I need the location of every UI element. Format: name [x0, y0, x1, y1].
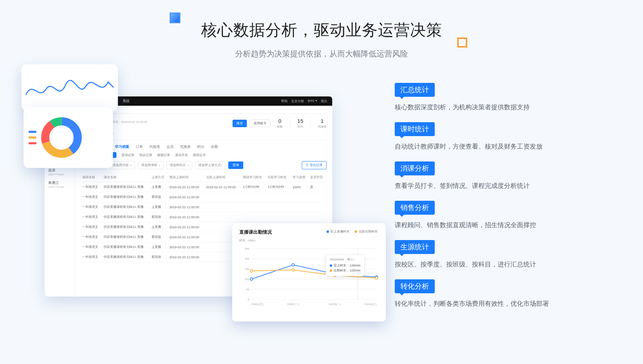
feature-tag: 生源统计 — [395, 240, 435, 254]
feature-tag: 消课分析 — [395, 161, 435, 175]
svg-point-21 — [250, 270, 253, 272]
section-tab[interactable]: 优惠券 — [180, 144, 191, 149]
table-row[interactable]: 一年级语文供应直播课程单元kk11-直播上直播2019-02-23 11:00:… — [81, 182, 327, 192]
feature-tag: 转化分析 — [395, 279, 435, 293]
screenshot-stage: 教学运营题库资源财务数据系统 帮助北京分校ljn01 ▾退出 管理班级管理学员通… — [21, 61, 364, 311]
feature-desc: 转化率统计，判断各类市场费用有效性，优化市场部署 — [395, 299, 609, 309]
top-right-item[interactable]: 北京分校 — [291, 99, 304, 104]
section-tab[interactable]: 会员 — [166, 144, 174, 149]
table-header: 课次名称 — [102, 173, 150, 182]
table-row[interactable]: 一年级语文供应直播课程单元kk11-直播上直播2019-02-23 11:00:… — [81, 202, 327, 212]
inner-tab[interactable]: 协议记录 — [139, 153, 152, 157]
table-header: 实际学习时长 — [266, 173, 291, 182]
table-header: 是否学完 — [309, 173, 327, 182]
table-header: 预设学习时长 — [241, 173, 266, 182]
svg-text:100: 100 — [245, 278, 250, 281]
hero-title: 核心数据分析，驱动业务运营决策 — [0, 20, 643, 41]
donut-legend — [29, 127, 36, 148]
svg-text:50: 50 — [246, 288, 249, 291]
disable-account-button[interactable]: 禁用账号 — [250, 120, 270, 127]
donut-card — [24, 107, 113, 168]
query-button[interactable]: 查询 — [228, 161, 243, 169]
svg-text:200: 200 — [245, 257, 250, 260]
top-right-item[interactable]: 退出 — [321, 99, 327, 104]
feature-tag: 销售分析 — [395, 201, 435, 215]
table-header: 预设上课时间 — [168, 173, 205, 182]
accent-square-orange — [457, 38, 467, 48]
section-tab[interactable]: 代报考 — [149, 144, 160, 149]
svg-text:03/02(一): 03/02(一) — [287, 303, 299, 306]
chart-tooltip: 2020/03/04（周三） 应上时长：146min 出勤时长：125min — [326, 255, 364, 276]
svg-text:03/01(日): 03/01(日) — [251, 303, 264, 306]
profile-stat: 15积分 — [290, 118, 303, 129]
svg-text:150: 150 — [245, 268, 250, 271]
feature-desc: 查看学员打卡、签到情况、课程完成度分析统计 — [395, 181, 609, 191]
section-tab[interactable]: 订单 — [136, 144, 143, 149]
table-header: 学习进度 — [291, 173, 309, 182]
filter-bar: 直播 请选择分校 请选择课程 请选择班次 请选择上课方式 查询 ↥ 导出记录 — [81, 161, 327, 169]
hero-section: 核心数据分析，驱动业务运营决策 分析趋势为决策提供依据，从而大幅降低运营风险 — [0, 0, 643, 59]
top-menu-item[interactable]: 系统 — [123, 99, 130, 104]
table-row[interactable]: 一年级语文供应直播课程单元kk11-直播看回放2019-02-23 11:00:… — [81, 212, 327, 222]
section-tab[interactable]: 余额 — [211, 144, 218, 149]
filter-class[interactable]: 请选择班次 — [166, 161, 192, 169]
feature-item: 转化分析转化率统计，判断各类市场费用有效性，优化市场部署 — [395, 279, 609, 309]
inner-tab[interactable]: 做题记录 — [157, 153, 170, 157]
profile-stat: 1优惠券 — [310, 118, 327, 129]
feature-item: 课时统计自动统计教师课时，方便查看、核对及财务工资发放 — [395, 122, 609, 151]
svg-point-24 — [375, 277, 378, 279]
feature-item: 生源统计按校区、按季度、按班级、按科目，进行汇总统计 — [395, 240, 609, 269]
feature-tag: 汇总统计 — [395, 83, 435, 97]
table-header: 课程名称 — [81, 173, 102, 182]
attendance-chart-card: 直播课出勤情况 应上直播时长 实际出勤时长 时长（min） 0501001502… — [232, 223, 386, 321]
inner-tab-row: 学习概况 上课记录异动记录协议记录做题记录课后作业获得证书 — [81, 153, 327, 158]
feature-desc: 按校区、按季度、按班级、按科目，进行汇总统计 — [395, 260, 609, 269]
profile-stat: 0余额 — [277, 118, 283, 129]
section-tab[interactable]: 学习档案 — [115, 144, 129, 149]
table-header-row: 课程名称课次名称上课方式预设上课时间实际上课时间预设学习时长实际学习时长学习进度… — [81, 173, 327, 182]
hero-subtitle: 分析趋势为决策提供依据，从而大幅降低运营风险 — [0, 49, 643, 59]
feature-item: 汇总统计核心数据深度剖析，为机构决策者提供数据支持 — [395, 83, 609, 112]
wave-card — [21, 64, 118, 111]
donut-icon — [40, 116, 83, 159]
feature-item: 销售分析课程顾问、销售数据直观清晰，招生情况全面撑控 — [395, 201, 609, 230]
table-header: 实际上课时间 — [205, 173, 241, 182]
feature-item: 消课分析查看学员打卡、签到情况、课程完成度分析统计 — [395, 161, 609, 191]
inner-tab[interactable]: 课后作业 — [175, 153, 188, 157]
attendance-chart: 05010015020025003/01(日)03/02(一)03/03(二)0… — [239, 243, 379, 311]
profile-stats: 0余额15积分1优惠券 — [277, 118, 327, 129]
svg-point-22 — [292, 269, 294, 271]
inner-tab[interactable]: 异动记录 — [121, 153, 134, 157]
section-tabs: 咨询记录报名学习档案订单代报考会员优惠券积分余额 — [81, 144, 327, 149]
table-row[interactable]: 一年级语文供应直播课程单元kk11-直播看回放2019-02-23 11:00:… — [81, 192, 327, 202]
svg-text:250: 250 — [245, 247, 250, 250]
top-right: 帮助北京分校ljn01 ▾退出 — [281, 99, 327, 104]
chart-legend: 应上直播时长 实际出勤时长 — [327, 229, 378, 234]
svg-text:03/03(二): 03/03(二) — [329, 303, 341, 306]
export-button[interactable]: ↥ 导出记录 — [302, 161, 327, 169]
feature-desc: 课程顾问、销售数据直观清晰，招生情况全面撑控 — [395, 220, 609, 230]
accent-square-blue — [170, 13, 180, 23]
profile-actions: 报名 禁用账号 — [231, 119, 270, 127]
svg-point-17 — [250, 278, 253, 280]
chart-ylabel: 时长（min） — [239, 238, 379, 243]
student-item[interactable]: 寿勇江199****9189 — [45, 178, 75, 191]
svg-point-18 — [292, 264, 294, 266]
feature-list: 汇总统计核心数据深度剖析，为机构决策者提供数据支持课时统计自动统计教师课时，方便… — [395, 83, 609, 319]
svg-text:03/04(三): 03/04(三) — [365, 303, 377, 306]
feature-desc: 自动统计教师课时，方便查看、核对及财务工资发放 — [395, 142, 609, 151]
inner-tab[interactable]: 获得证书 — [193, 153, 206, 157]
feature-tag: 课时统计 — [395, 122, 435, 136]
filter-course[interactable]: 请选择课程 — [138, 161, 164, 169]
filter-school[interactable]: 请选择分校 — [109, 161, 135, 169]
top-right-item[interactable]: 帮助 — [281, 99, 288, 104]
profile-header: 全卿致 ○ 最后登录时间：2020/01/02 10:00:00 用户户：Ian… — [81, 118, 327, 140]
filter-mode[interactable]: 请选择上课方式 — [195, 161, 225, 169]
table-header: 上课方式 — [150, 173, 168, 182]
top-right-item[interactable]: ljn01 ▾ — [308, 99, 317, 104]
feature-desc: 核心数据深度剖析，为机构决策者提供数据支持 — [395, 103, 609, 112]
svg-text:0: 0 — [248, 298, 250, 301]
section-tab[interactable]: 积分 — [197, 144, 204, 149]
enroll-button[interactable]: 报名 — [233, 120, 247, 127]
